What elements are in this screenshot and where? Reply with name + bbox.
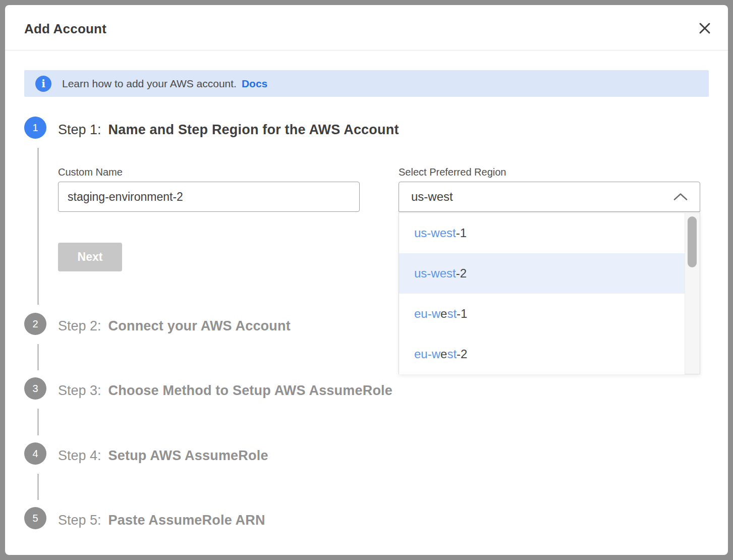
option-text: -1 [457,307,467,321]
option-text: -2 [456,266,467,281]
add-account-modal: Add Account i Learn how to add your AWS … [5,5,728,555]
step-2-prefix: Step 2: [58,318,101,334]
region-select[interactable]: us-west [399,182,700,212]
step-3-title: Step 3: Choose Method to Setup AWS Assum… [58,379,392,402]
screen: { "modal": { "title": "Add Account" }, "… [0,0,733,560]
next-button[interactable]: Next [58,243,122,271]
step-5-title: Step 5: Paste AssumeRole ARN [58,509,265,531]
step-1-number: 1 [32,122,38,134]
step-5-name: Paste AssumeRole ARN [108,513,265,528]
custom-name-input[interactable] [58,182,360,212]
step-4-prefix: Step 4: [58,448,101,464]
region-option[interactable]: eu-west-2 [399,334,685,374]
step-2-title: Step 2: Connect your AWS Account [58,315,291,337]
option-text: e [440,307,447,321]
step-1-indicator: 1 [24,117,46,139]
dropdown-scrollbar-thumb[interactable] [688,216,697,267]
modal-header: Add Account [5,5,728,50]
option-match-text: st [447,347,457,361]
custom-name-label: Custom Name [58,166,123,178]
region-label: Select Preferred Region [399,166,506,178]
option-match-text: eu-w [414,347,440,361]
option-text: -1 [456,226,467,240]
option-text: -2 [457,347,467,361]
region-option[interactable]: us-west-2 [399,253,685,294]
step-1-title: Step 1: Name and Step Region for the AWS… [58,119,399,141]
step-3-number: 3 [32,383,38,395]
option-match-text: st [447,307,457,321]
step-connector [37,148,39,305]
close-icon [698,22,711,35]
region-dropdown-options: us-west-1us-west-2eu-west-1eu-west-2 [399,213,685,374]
close-button[interactable] [696,19,714,37]
step-2-indicator: 2 [24,313,46,335]
step-3-prefix: Step 3: [58,383,101,399]
step-1-name: Name and Step Region for the AWS Account [108,122,399,138]
chevron-up-icon [673,193,688,201]
info-banner: i Learn how to add your AWS account. Doc… [24,70,709,97]
step-5-prefix: Step 5: [58,513,101,528]
info-icon: i [35,76,51,92]
region-option[interactable]: eu-west-1 [399,294,685,334]
step-3-indicator: 3 [24,377,46,400]
region-select-value: us-west [411,190,673,204]
option-match-text: us-west [414,266,456,281]
step-connector [37,474,39,500]
step-2-number: 2 [32,318,38,330]
step-5-indicator: 5 [24,507,46,529]
step-4-number: 4 [32,448,38,460]
step-3-name: Choose Method to Setup AWS AssumeRole [108,383,392,399]
step-4-indicator: 4 [24,442,46,465]
step-connector [37,344,39,370]
step-connector [37,409,39,435]
option-match-text: eu-w [414,307,440,321]
step-5-number: 5 [32,513,38,524]
banner-text: Learn how to add your AWS account. [62,78,237,90]
option-match-text: us-west [414,226,456,240]
step-4-title: Step 4: Setup AWS AssumeRole [58,444,268,467]
dropdown-scrollbar-track[interactable] [685,213,700,374]
region-option[interactable]: us-west-1 [399,213,685,253]
step-2-name: Connect your AWS Account [108,318,291,334]
step-4-name: Setup AWS AssumeRole [108,448,268,464]
modal-title: Add Account [24,21,106,37]
docs-link[interactable]: Docs [242,78,267,90]
option-text: e [440,347,447,361]
region-dropdown: us-west-1us-west-2eu-west-1eu-west-2 [399,212,700,374]
step-1-prefix: Step 1: [58,122,101,138]
